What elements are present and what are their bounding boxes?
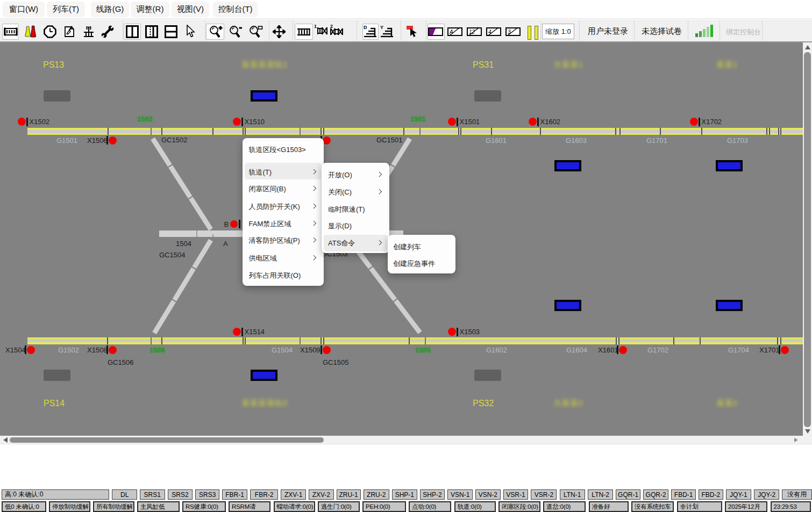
svg-text:1: 1 xyxy=(314,24,317,29)
svg-text:D: D xyxy=(364,25,367,30)
svg-text:12: 12 xyxy=(469,29,475,35)
svg-text:Y: Y xyxy=(380,25,383,30)
svg-text:2: 2 xyxy=(330,24,333,29)
